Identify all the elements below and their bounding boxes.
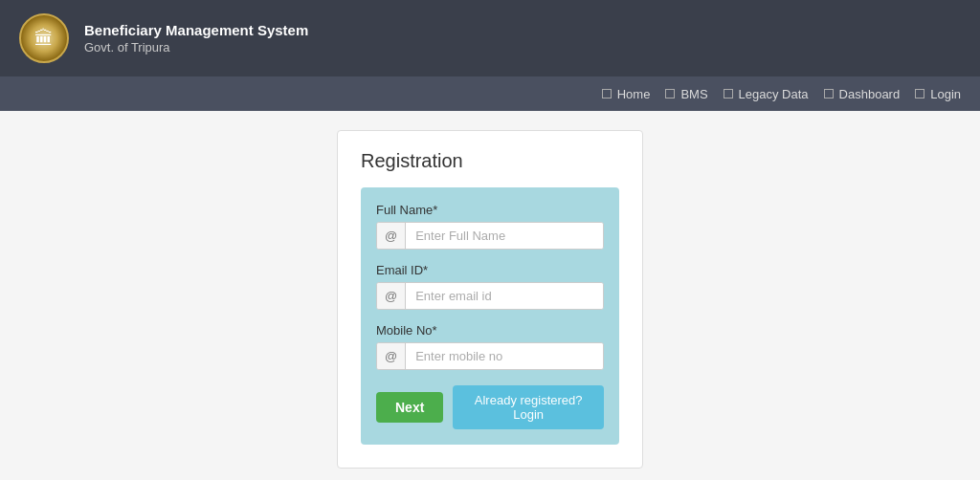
next-button[interactable]: Next bbox=[376, 392, 443, 423]
nav-bms[interactable]: BMS bbox=[665, 87, 707, 101]
email-label: Email ID* bbox=[376, 263, 604, 277]
nav-login-label: Login bbox=[930, 87, 961, 101]
nav-dashboard-checkbox bbox=[824, 89, 834, 98]
email-input-wrapper: @ bbox=[376, 282, 604, 310]
nav-legacy-data[interactable]: Legacy Data bbox=[724, 87, 809, 101]
nav-bms-label: BMS bbox=[680, 87, 707, 101]
mobile-group: Mobile No* @ bbox=[376, 323, 604, 370]
email-input[interactable] bbox=[406, 283, 603, 309]
header-subtitle: Govt. of Tripura bbox=[84, 40, 308, 55]
mobile-at-icon: @ bbox=[377, 343, 406, 369]
registration-card: Registration Full Name* @ Email ID* @ bbox=[337, 130, 643, 469]
nav-home-label: Home bbox=[617, 87, 651, 101]
registration-form-panel: Full Name* @ Email ID* @ Mobile No* @ bbox=[361, 187, 619, 445]
nav-bms-checkbox bbox=[665, 89, 675, 98]
full-name-input-wrapper: @ bbox=[376, 222, 604, 250]
nav-login-checkbox bbox=[915, 89, 924, 98]
header-title: Beneficiary Management System bbox=[84, 22, 308, 38]
main-content: Registration Full Name* @ Email ID* @ bbox=[0, 111, 980, 480]
full-name-label: Full Name* bbox=[376, 203, 604, 217]
nav-legacy-label: Legacy Data bbox=[739, 87, 809, 101]
nav-home-checkbox bbox=[602, 89, 612, 98]
nav-dashboard[interactable]: Dashboard bbox=[824, 87, 901, 101]
nav-login[interactable]: Login bbox=[915, 87, 961, 101]
email-at-icon: @ bbox=[377, 283, 406, 309]
nav-home[interactable]: Home bbox=[602, 87, 651, 101]
navbar: Home BMS Legacy Data Dashboard Login bbox=[0, 76, 980, 111]
govt-emblem: 🏛 bbox=[19, 13, 69, 63]
registration-title: Registration bbox=[361, 150, 619, 172]
full-name-input[interactable] bbox=[406, 223, 603, 249]
already-registered-button[interactable]: Already registered? Login bbox=[453, 385, 604, 429]
mobile-input-wrapper: @ bbox=[376, 342, 604, 370]
full-name-at-icon: @ bbox=[377, 223, 406, 249]
header-text: Beneficiary Management System Govt. of T… bbox=[84, 22, 308, 55]
mobile-label: Mobile No* bbox=[376, 323, 604, 338]
nav-dashboard-label: Dashboard bbox=[839, 87, 901, 101]
mobile-input[interactable] bbox=[406, 343, 603, 369]
email-group: Email ID* @ bbox=[376, 263, 604, 310]
nav-legacy-checkbox bbox=[724, 89, 733, 98]
full-name-group: Full Name* @ bbox=[376, 203, 604, 250]
header: 🏛 Beneficiary Management System Govt. of… bbox=[0, 0, 980, 76]
form-actions: Next Already registered? Login bbox=[376, 385, 604, 429]
